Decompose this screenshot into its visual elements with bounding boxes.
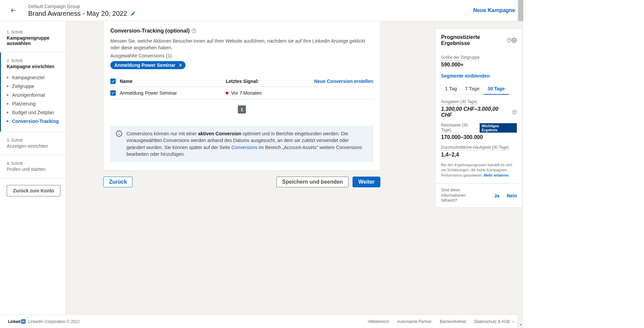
row-name: Anmeldung Power Seminar	[120, 90, 226, 96]
svg-point-1	[194, 32, 194, 32]
show-segments-link[interactable]: Segmente einblenden	[441, 73, 490, 79]
linkedin-logo-text: Linked	[8, 319, 20, 324]
forecast-panel: Prognostizierte Ergebnisse Größe der Zie…	[435, 29, 523, 208]
check-icon	[111, 91, 115, 95]
substep-campaign-objective[interactable]: Kampagnenziel	[7, 73, 59, 82]
tab-1-day[interactable]: 1 Tag	[441, 83, 461, 94]
step-label: 3. Schritt	[7, 138, 59, 143]
learn-more-link[interactable]: Mehr erfahren	[484, 173, 508, 177]
audience-size-value: 590.000+	[441, 62, 517, 68]
substep-conversion-tracking[interactable]: Conversion-Tracking	[7, 117, 59, 126]
step-title: Kampagne einrichten	[7, 64, 59, 69]
reach-value: 170.000–300.000	[441, 134, 517, 140]
help-button[interactable]	[192, 29, 196, 33]
row-checkbox[interactable]	[110, 90, 116, 96]
step-title: Anzeigen einrichten	[7, 143, 59, 149]
page-1-button[interactable]: 1	[238, 105, 246, 113]
chevron-down-icon	[511, 320, 515, 324]
conversion-pill: Anmeldung Power Seminar	[110, 61, 185, 69]
tab-7-days[interactable]: 7 Tage	[461, 83, 484, 94]
sidebar-step-1[interactable]: 1. Schritt Kampagnengruppe auswählen	[0, 24, 66, 52]
key-result-badge: Wichtiges Ergebnis	[480, 123, 517, 133]
step-label: 2. Schritt	[7, 58, 59, 63]
save-exit-button[interactable]: Speichern und beenden	[276, 177, 348, 187]
forecast-title: Prognostizierte Ergebnisse	[441, 34, 505, 46]
svg-point-7	[514, 40, 515, 41]
column-header-name[interactable]: Name	[120, 79, 226, 84]
frequency-label: Durchschnittliche Häufigkeit (30 Tage)	[441, 145, 509, 150]
gear-icon	[512, 38, 517, 43]
substep-audience[interactable]: Zielgruppe	[7, 82, 59, 91]
svg-point-9	[515, 113, 515, 113]
step-title: Kampagnengruppe auswählen	[7, 35, 59, 46]
scroll-down-icon[interactable]: ▾	[518, 322, 524, 328]
feedback-yes-link[interactable]: Ja	[494, 193, 499, 198]
arrow-left-icon	[10, 7, 17, 14]
row-signal: Vor 7 Monaten	[231, 90, 262, 96]
sidebar-step-2[interactable]: 2. Schritt Kampagne einrichten Kampagnen…	[0, 52, 66, 132]
audience-size-label: Größe der Zielgruppe	[441, 55, 480, 60]
close-icon	[178, 63, 183, 67]
help-button[interactable]	[512, 110, 517, 114]
pill-label: Anmeldung Power Seminar	[114, 62, 175, 68]
select-all-checkbox[interactable]	[110, 79, 116, 84]
edit-title-button[interactable]	[130, 11, 136, 16]
conversions-link[interactable]: Conversions	[231, 145, 258, 150]
conversions-table: Name Letztes Signal: Neue Conversion ers…	[110, 76, 373, 113]
help-icon	[192, 29, 196, 33]
check-icon	[111, 79, 115, 83]
reach-label: Reichweite (30 Tage)	[441, 123, 478, 133]
tab-30-days[interactable]: 30 Tage	[484, 83, 509, 95]
feedback-no-link[interactable]: Nein	[507, 193, 517, 198]
svg-point-6	[509, 41, 509, 42]
copyright: LinkedIn Corporation © 2022	[28, 319, 80, 324]
info-icon	[116, 130, 122, 137]
section-title: Conversion-Tracking (optional)	[110, 28, 190, 34]
new-campaign-link[interactable]: Neue Kampagne	[473, 7, 515, 13]
page-header: Default Campaign Group Brand Awareness -…	[0, 0, 523, 21]
create-conversion-link[interactable]: Neue Conversion erstellen	[314, 79, 373, 84]
section-description: Messen Sie, welche Aktionen Besucher:inn…	[110, 38, 373, 51]
next-button[interactable]: Weiter	[353, 177, 380, 187]
back-button[interactable]: Zurück	[103, 177, 132, 187]
selected-conversions-label: Ausgewählte Conversions (1)	[110, 53, 373, 58]
footer-link-partners[interactable]: Autorisierte Partner	[397, 319, 432, 324]
table-row: Anmeldung Power Seminar Vor 7 Monaten	[110, 87, 373, 99]
step-title: Prüfen und starten	[7, 167, 59, 172]
step-label: 1. Schritt	[7, 30, 59, 35]
footer-link-accessibility[interactable]: Barrierefreiheit	[440, 319, 466, 324]
help-button[interactable]	[507, 38, 512, 43]
sidebar-steps: 1. Schritt Kampagnengruppe auswählen 2. …	[0, 21, 66, 315]
column-header-signal[interactable]: Letztes Signal:	[226, 79, 313, 84]
spend-value: 1.300,00 CHF–3.000,00 CHF	[441, 106, 510, 118]
pencil-icon	[130, 11, 136, 16]
settings-button[interactable]	[512, 38, 517, 43]
linkedin-logo-icon: in	[21, 319, 25, 324]
back-button[interactable]	[8, 5, 19, 16]
substep-placement[interactable]: Platzierung	[7, 99, 59, 108]
footer-link-help[interactable]: Hilfebereich	[368, 319, 389, 324]
substep-budget-schedule[interactable]: Budget und Zeitplan	[7, 108, 59, 117]
help-icon	[512, 110, 517, 114]
info-bold: aktiven Conversion	[198, 131, 241, 136]
spend-label: Ausgaben (30 Tage)	[441, 99, 477, 105]
feedback-question: Sind diese Informationen hilfreich?	[441, 188, 481, 203]
remove-conversion-button[interactable]	[178, 63, 183, 67]
sidebar-step-3[interactable]: 3. Schritt Anzeigen einrichten	[0, 132, 66, 155]
help-icon	[507, 38, 512, 43]
sidebar-step-4[interactable]: 4. Schritt Prüfen und starten	[0, 155, 66, 178]
conversion-tracking-card: Conversion-Tracking (optional) Messen Si…	[103, 21, 380, 171]
step-label: 4. Schritt	[7, 161, 59, 166]
info-text: Conversions können nur mit einer	[126, 131, 198, 136]
back-to-account-button[interactable]: Zurück zum Konto	[7, 185, 60, 196]
status-dot-icon	[226, 92, 228, 94]
page-footer: Linkedin LinkedIn Corporation © 2022 Hil…	[0, 315, 523, 328]
breadcrumb[interactable]: Default Campaign Group	[28, 4, 473, 9]
page-title: Brand Awareness - May 20, 2022	[28, 10, 127, 17]
frequency-value: 1,4–2,4	[441, 152, 517, 158]
info-callout: Conversions können nur mit einer aktiven…	[110, 126, 373, 162]
footer-link-privacy[interactable]: Datenschutz & AGB	[474, 319, 515, 324]
substep-ad-format[interactable]: Anzeigenformat	[7, 91, 59, 99]
